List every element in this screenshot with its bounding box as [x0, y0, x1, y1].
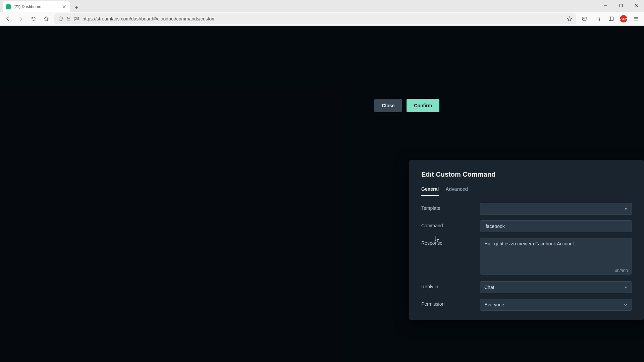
browser-toolbar: https://streamlabs.com/dashboard#/cloudb… — [0, 12, 644, 25]
sidebar-toggle-icon[interactable] — [606, 14, 616, 23]
home-button[interactable] — [42, 14, 51, 23]
permission-value: Everyone — [484, 302, 504, 307]
modal-button-row: Close Confirm — [205, 99, 439, 112]
page-content: Edit Custom Command General Advanced Tem… — [0, 26, 644, 362]
caret-down-icon: ▼ — [624, 207, 628, 211]
tab-close-icon[interactable] — [62, 4, 66, 9]
tab-advanced[interactable]: Advanced — [445, 186, 468, 196]
url-text: https://streamlabs.com/dashboard#/cloudb… — [83, 16, 564, 21]
new-tab-button[interactable] — [72, 3, 81, 12]
browser-chrome: (21) Dashboard — [0, 0, 644, 26]
response-textarea[interactable] — [480, 238, 632, 275]
label-reply-in: Reply in — [421, 281, 480, 289]
maximize-button[interactable] — [613, 0, 629, 11]
permission-select[interactable]: Everyone — [480, 299, 632, 311]
tab-general[interactable]: General — [421, 186, 439, 196]
confirm-button[interactable]: Confirm — [407, 99, 439, 112]
label-template: Template — [421, 203, 480, 211]
close-button[interactable]: Close — [374, 99, 402, 112]
template-select[interactable]: ▼ — [480, 203, 632, 215]
label-command: Command — [421, 220, 480, 228]
minimize-button[interactable] — [598, 0, 613, 11]
url-security-icons — [58, 16, 79, 21]
chevron-down-icon — [624, 303, 628, 307]
window-controls — [598, 0, 644, 12]
url-bar[interactable]: https://streamlabs.com/dashboard#/cloudb… — [54, 13, 576, 24]
label-response: Response — [421, 238, 480, 246]
modal-title: Edit Custom Command — [421, 171, 632, 178]
reload-button[interactable] — [29, 14, 38, 23]
permissions-icon[interactable] — [74, 16, 79, 21]
label-permission: Permission — [421, 299, 480, 307]
shield-icon[interactable] — [58, 16, 63, 21]
lock-icon[interactable] — [66, 16, 70, 21]
window-close-button[interactable] — [629, 0, 644, 11]
library-icon[interactable] — [593, 14, 602, 23]
response-counter: 40/500 — [614, 268, 628, 273]
favicon — [6, 4, 11, 9]
pocket-icon[interactable] — [580, 14, 589, 23]
command-input[interactable] — [480, 220, 632, 232]
forward-button[interactable] — [16, 14, 25, 23]
toolbar-right: ABP — [580, 14, 641, 23]
tab-title: (21) Dashboard — [13, 4, 59, 9]
reply-in-value: Chat — [484, 285, 494, 290]
svg-rect-0 — [620, 4, 622, 7]
svg-rect-4 — [609, 17, 613, 21]
edit-command-modal: Edit Custom Command General Advanced Tem… — [409, 160, 644, 320]
back-button[interactable] — [3, 14, 13, 23]
menu-button[interactable] — [631, 14, 641, 23]
svg-rect-1 — [67, 18, 70, 21]
adblock-extension-icon[interactable]: ABP — [620, 15, 627, 22]
caret-down-icon: ▼ — [624, 286, 628, 289]
browser-tab[interactable]: (21) Dashboard — [3, 1, 70, 12]
modal-tabs: General Advanced — [421, 186, 632, 196]
bookmark-star-icon[interactable] — [567, 16, 572, 21]
reply-in-select[interactable]: Chat ▼ — [480, 281, 632, 293]
tab-bar: (21) Dashboard — [0, 0, 644, 12]
